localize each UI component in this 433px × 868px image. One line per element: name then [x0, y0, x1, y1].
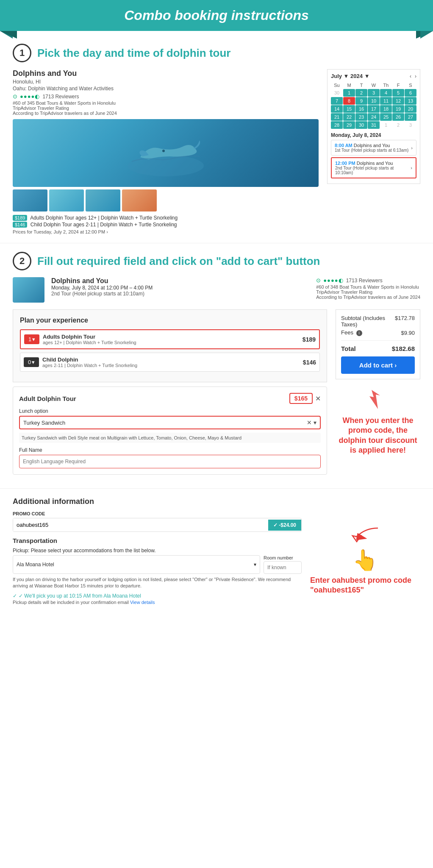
cal-header-su: Su [331, 82, 343, 89]
tripadvisor-label-2: TripAdvisor Traveler Rating [316, 289, 420, 295]
fees-value: $9.90 [401, 330, 415, 336]
thumbnail-1[interactable] [13, 189, 47, 211]
cal-day-18[interactable]: 18 [380, 105, 392, 113]
cal-day-2[interactable]: 2 [355, 89, 367, 97]
star-rating: ●●●●◐ [20, 93, 40, 100]
adult-qty-selector[interactable]: 1 ▾ [24, 334, 39, 344]
lunch-description: Turkey Sandwich with Deli Style meat on … [19, 433, 321, 443]
additional-section: Additional information PROMO CODE ✓ -$24… [0, 493, 433, 609]
cal-day-17[interactable]: 17 [368, 105, 380, 113]
cal-day-31[interactable]: 31 [368, 121, 380, 129]
fees-label: Fees i [341, 329, 362, 336]
room-number-input[interactable] [264, 561, 302, 574]
cal-day-aug2[interactable]: 2 [392, 121, 404, 129]
cal-day-5[interactable]: 5 [392, 89, 404, 97]
cal-day-25[interactable]: 25 [380, 113, 392, 121]
step2-left: Plan your experience 1 ▾ Adults Dolphin … [13, 309, 327, 480]
tour-info-sub: 2nd Tour (Hotel pickup starts at 10:10am… [51, 291, 309, 297]
lunch-select[interactable]: Turkey Sandwich ✕ ▾ [19, 416, 321, 429]
cal-header-f: F [392, 82, 404, 89]
cal-day-6[interactable]: 6 [405, 89, 416, 97]
adult-price-badge: $189 [13, 215, 27, 221]
cal-day-15[interactable]: 15 [343, 105, 355, 113]
cal-day-14[interactable]: 14 [331, 105, 343, 113]
next-month-btn[interactable]: › [415, 73, 416, 79]
fees-info-icon[interactable]: i [356, 330, 362, 336]
child-ticket-name: Child Dolphin [42, 356, 300, 363]
cal-day-11[interactable]: 11 [380, 97, 392, 105]
lunch-clear-icon[interactable]: ✕ [307, 419, 312, 426]
options-price: $165 [289, 393, 313, 404]
view-details-link[interactable]: View details [130, 600, 155, 605]
tour-name: Dolphins and You [13, 69, 319, 78]
cal-day-30[interactable]: 30 [331, 89, 343, 97]
cal-day-22[interactable]: 22 [343, 113, 355, 121]
tour-main-image [13, 119, 319, 187]
cal-day-3[interactable]: 3 [368, 89, 380, 97]
full-name-input[interactable] [19, 455, 321, 468]
cal-day-aug1[interactable]: 1 [380, 121, 392, 129]
pickup-confirm-text: ✓ We'll pick you up at 10:15 AM from Ala… [19, 593, 141, 599]
adult-ticket-info: Adults Dolphin Tour ages 12+ | Dolphin W… [43, 334, 299, 345]
step1-left: Dolphins and You Honolulu, HI Oahu: Dolp… [13, 69, 319, 234]
cal-day-24[interactable]: 24 [368, 113, 380, 121]
cal-day-1[interactable]: 1 [343, 89, 355, 97]
child-qty-selector[interactable]: 0 ▾ [24, 357, 39, 367]
cal-day-27[interactable]: 27 [405, 113, 416, 121]
step2-header: 2 Fill out required field and click on "… [13, 252, 420, 270]
cal-day-28[interactable]: 28 [331, 121, 343, 129]
cal-day-23[interactable]: 23 [355, 113, 367, 121]
prev-month-btn[interactable]: ‹ [410, 73, 411, 79]
thumbnail-3[interactable] [86, 189, 120, 211]
step2-right: Subtotal (Includes Taxes) $172.78 Fees i… [336, 309, 420, 480]
time2-arrow: › [411, 165, 412, 170]
close-options-btn[interactable]: ✕ [315, 395, 321, 403]
cal-day-7[interactable]: 7 [331, 97, 343, 105]
cal-day-8[interactable]: 8 [343, 97, 355, 105]
cal-header-s: S [405, 82, 416, 89]
cal-day-21[interactable]: 21 [331, 113, 343, 121]
cal-day-4[interactable]: 4 [380, 89, 392, 97]
time-slot-1[interactable]: 8:00 AM Dolphins and You 1st Tour (Hotel… [331, 140, 416, 156]
cal-day-12[interactable]: 12 [392, 97, 404, 105]
cal-day-10[interactable]: 10 [368, 97, 380, 105]
price-note[interactable]: Prices for Tuesday, July 2, 2024 at 12:0… [13, 229, 319, 234]
cal-day-9[interactable]: 9 [355, 97, 367, 105]
tour-thumb-small [13, 277, 44, 303]
selected-date-label: Monday, July 8, 2024 [331, 132, 416, 138]
calendar-month: July ▼ 2024 ▼ [331, 73, 370, 79]
cal-day-30b[interactable]: 30 [355, 121, 367, 129]
tripadvisor-icon: ⊙ [13, 93, 17, 100]
step1-title: Pick the day and time of dolphin tour [37, 47, 230, 60]
step2-columns: Plan your experience 1 ▾ Adults Dolphin … [13, 309, 420, 480]
tour-booking-card: Dolphins and You Monday, July 8, 2024 at… [13, 277, 420, 303]
adult-label: Adults Dolphin Tour [30, 215, 74, 221]
cal-day-19[interactable]: 19 [392, 105, 404, 113]
cal-day-20[interactable]: 20 [405, 105, 416, 113]
cal-day-29[interactable]: 29 [343, 121, 355, 129]
subtotal-value: $172.78 [395, 315, 415, 328]
cal-day-13[interactable]: 13 [405, 97, 416, 105]
svg-point-0 [128, 155, 204, 176]
child-ticket-info: Child Dolphin ages 2-11 | Dolphin Watch … [42, 356, 300, 368]
calendar-nav[interactable]: ‹ › [410, 73, 416, 79]
time1-name: Dolphins and You [354, 143, 390, 148]
ticket-row-child: 0 ▾ Child Dolphin ages 2-11 | Dolphin Wa… [20, 353, 320, 372]
lunch-dropdown-icon[interactable]: ▾ [314, 419, 316, 426]
time-slot-2[interactable]: 12:00 PM Dolphins and You 2nd Tour (Hote… [331, 157, 416, 178]
total-value: $182.68 [392, 345, 415, 352]
thumbnail-2[interactable] [49, 189, 84, 211]
step2-circle: 2 [13, 252, 31, 270]
cal-day-16[interactable]: 16 [355, 105, 367, 113]
promo-code-input[interactable] [13, 518, 268, 531]
thumbnail-4[interactable] [122, 189, 157, 211]
child-label: Child Dolphin Tour [31, 222, 72, 228]
hotel-select[interactable]: Ala Moana Hotel ▾ [13, 555, 260, 574]
promo-input-row: ✓ -$24.00 [13, 518, 302, 532]
tour-info-date: Monday, July 8, 2024 at 12:00 PM – 4:00 … [51, 285, 309, 291]
add-to-cart-button[interactable]: Add to cart › [341, 356, 415, 374]
cal-day-aug3[interactable]: 3 [405, 121, 416, 129]
banner-title: Combo booking instructions [124, 8, 309, 23]
cal-day-26[interactable]: 26 [392, 113, 404, 121]
total-label: Total [341, 345, 356, 352]
